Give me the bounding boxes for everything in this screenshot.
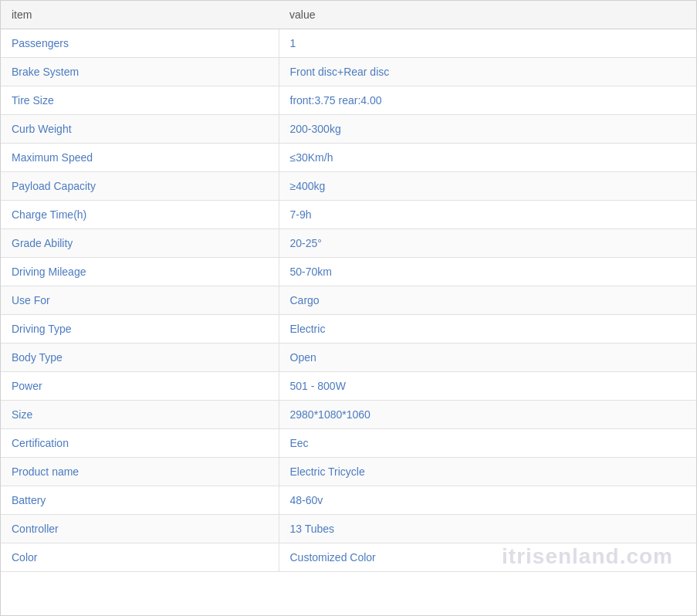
table-cell-item: Certification [1, 429, 279, 458]
table-cell-item: Size [1, 401, 279, 429]
table-cell-item: Color [1, 543, 279, 572]
table-cell-value: 13 Tubes [279, 515, 696, 543]
table-cell-value: 20-25° [279, 229, 696, 258]
table-cell-item: Use For [1, 286, 279, 315]
table-cell-item: Controller [1, 515, 279, 543]
table-cell-item: Curb Weight [1, 115, 279, 144]
table-cell-value: Electric [279, 315, 696, 344]
table-row: Driving TypeElectric [1, 315, 696, 344]
table-row: Curb Weight200-300kg [1, 115, 696, 144]
table-row: Body TypeOpen [1, 344, 696, 372]
table-cell-value: 2980*1080*1060 [279, 401, 696, 429]
table-cell-item: Body Type [1, 344, 279, 372]
table-cell-item: Charge Time(h) [1, 201, 279, 229]
table-row: Payload Capacity≥400kg [1, 172, 696, 201]
table-header-row: item value [1, 1, 696, 29]
table-cell-value: ≤30Km/h [279, 144, 696, 172]
table-row: CertificationEec [1, 429, 696, 458]
table-row: Product nameElectric Tricycle [1, 458, 696, 486]
table-cell-item: Brake System [1, 58, 279, 86]
table-cell-value: 50-70km [279, 258, 696, 286]
table-cell-item: Maximum Speed [1, 144, 279, 172]
table-cell-item: Tire Size [1, 86, 279, 115]
table-row: Maximum Speed≤30Km/h [1, 144, 696, 172]
col-item-header: item [1, 1, 279, 29]
table-cell-value: front:3.75 rear:4.00 [279, 86, 696, 115]
table-cell-item: Passengers [1, 29, 279, 58]
table-cell-item: Payload Capacity [1, 172, 279, 201]
table-cell-value: 501 - 800W [279, 372, 696, 401]
specs-table: item value Passengers1Brake SystemFront … [1, 1, 696, 572]
table-cell-item: Driving Type [1, 315, 279, 344]
table-cell-item: Battery [1, 486, 279, 515]
table-row: Controller13 Tubes [1, 515, 696, 543]
table-cell-item: Driving Mileage [1, 258, 279, 286]
table-cell-value: ≥400kg [279, 172, 696, 201]
table-cell-item: Grade Ability [1, 229, 279, 258]
table-row: Brake SystemFront disc+Rear disc [1, 58, 696, 86]
table-row: Passengers1 [1, 29, 696, 58]
table-row: Tire Sizefront:3.75 rear:4.00 [1, 86, 696, 115]
table-row: ColorCustomized Color [1, 543, 696, 572]
table-row: Driving Mileage50-70km [1, 258, 696, 286]
table-cell-value: 200-300kg [279, 115, 696, 144]
table-cell-value: 7-9h [279, 201, 696, 229]
table-cell-value: Cargo [279, 286, 696, 315]
table-row: Power501 - 800W [1, 372, 696, 401]
table-cell-value: Eec [279, 429, 696, 458]
col-value-header: value [279, 1, 696, 29]
table-cell-value: Electric Tricycle [279, 458, 696, 486]
table-row: Grade Ability20-25° [1, 229, 696, 258]
table-cell-item: Product name [1, 458, 279, 486]
table-cell-value: 1 [279, 29, 696, 58]
table-cell-item: Power [1, 372, 279, 401]
table-row: Battery48-60v [1, 486, 696, 515]
table-row: Size2980*1080*1060 [1, 401, 696, 429]
table-row: Charge Time(h)7-9h [1, 201, 696, 229]
table-cell-value: Front disc+Rear disc [279, 58, 696, 86]
table-cell-value: 48-60v [279, 486, 696, 515]
table-row: Use ForCargo [1, 286, 696, 315]
table-container: item value Passengers1Brake SystemFront … [0, 0, 697, 616]
table-cell-value: Open [279, 344, 696, 372]
table-body: Passengers1Brake SystemFront disc+Rear d… [1, 29, 696, 572]
table-cell-value: Customized Color [279, 543, 696, 572]
